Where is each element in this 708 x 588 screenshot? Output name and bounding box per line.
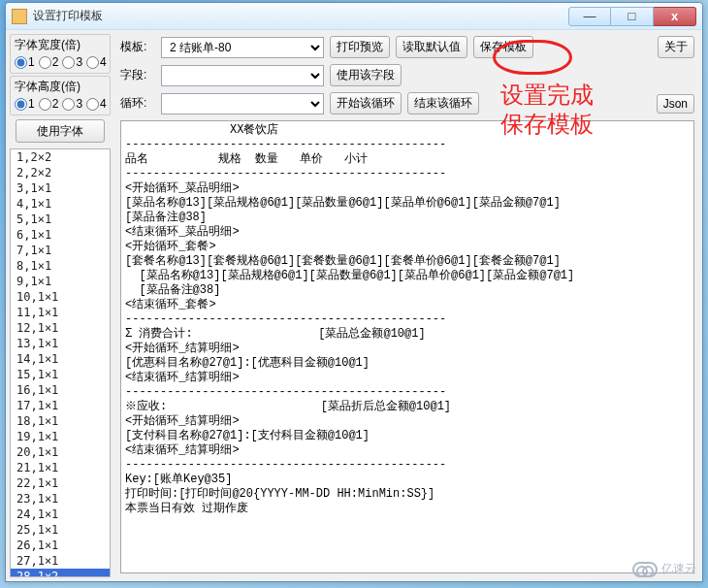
read-default-button[interactable]: 读取默认值 [396, 36, 467, 58]
list-item[interactable]: 9,1×1 [11, 274, 110, 289]
list-item[interactable]: 16,1×1 [11, 382, 110, 398]
template-select[interactable]: 2 结账单-80 [161, 37, 324, 58]
radio-2[interactable]: 2 [39, 97, 59, 111]
list-item[interactable]: 6,1×1 [11, 227, 110, 243]
loop-row: 循环: 开始该循环 结束该循环 Json [120, 92, 694, 114]
app-icon [12, 9, 27, 24]
close-button[interactable]: x [654, 7, 696, 26]
field-label: 字段: [120, 67, 155, 83]
line-list[interactable]: 1,2×22,2×23,1×14,1×15,1×16,1×17,1×18,1×1… [10, 148, 111, 577]
end-loop-button[interactable]: 结束该循环 [407, 92, 479, 114]
list-item[interactable]: 27,1×1 [11, 553, 110, 569]
list-item[interactable]: 25,1×1 [11, 522, 110, 538]
radio-4[interactable]: 4 [86, 97, 107, 111]
list-item[interactable]: 19,1×1 [11, 429, 110, 444]
list-item[interactable]: 14,1×1 [11, 351, 110, 367]
list-item[interactable]: 11,1×1 [11, 305, 110, 320]
list-item[interactable]: 12,1×1 [11, 320, 110, 336]
list-item[interactable]: 13,1×1 [11, 336, 110, 351]
font-width-group: 字体宽度(倍) 1234 [10, 34, 111, 74]
radio-3[interactable]: 3 [62, 55, 82, 69]
list-item[interactable]: 18,1×1 [11, 413, 110, 429]
about-button[interactable]: 关于 [658, 36, 694, 58]
list-item[interactable]: 5,1×1 [11, 212, 110, 227]
maximize-button[interactable]: □ [611, 7, 654, 26]
titlebar: 设置打印模板 — □ x [6, 3, 702, 30]
radio-3[interactable]: 3 [62, 97, 82, 111]
list-item[interactable]: 2,2×2 [11, 165, 110, 180]
list-item[interactable]: 15,1×1 [11, 367, 110, 382]
field-select[interactable] [161, 65, 324, 86]
list-item[interactable]: 17,1×1 [11, 398, 110, 413]
list-item[interactable]: 26,1×1 [11, 538, 110, 553]
font-width-label: 字体宽度(倍) [15, 37, 106, 53]
list-item[interactable]: 24,1×1 [11, 506, 110, 522]
window-controls: — □ x [568, 7, 696, 26]
list-item[interactable]: 4,1×1 [11, 196, 110, 212]
list-item[interactable]: 10,1×1 [11, 289, 110, 305]
font-width-radios: 1234 [15, 55, 106, 69]
editor-container: XX餐饮店 ----------------------------------… [120, 120, 694, 573]
client-area: 字体宽度(倍) 1234 字体高度(倍) 1234 使用字体 1,2×22,2×… [6, 30, 702, 581]
start-loop-button[interactable]: 开始该循环 [330, 92, 402, 114]
font-height-label: 字体高度(倍) [15, 79, 106, 95]
radio-4[interactable]: 4 [86, 55, 107, 69]
save-template-button[interactable]: 保存模板 [473, 36, 533, 58]
preview-button[interactable]: 打印预览 [330, 36, 390, 58]
loop-select[interactable] [161, 93, 324, 114]
font-height-radios: 1234 [15, 97, 106, 111]
list-item[interactable]: 22,1×1 [11, 475, 110, 491]
radio-2[interactable]: 2 [39, 55, 59, 69]
list-item[interactable]: 7,1×1 [11, 243, 110, 258]
field-row: 字段: 使用该字段 [120, 64, 694, 86]
use-field-button[interactable]: 使用该字段 [330, 64, 402, 86]
template-editor[interactable]: XX餐饮店 ----------------------------------… [120, 120, 694, 573]
loop-label: 循环: [120, 95, 155, 112]
minimize-button[interactable]: — [568, 7, 611, 26]
use-font-button[interactable]: 使用字体 [16, 119, 105, 143]
list-item[interactable]: 3,1×1 [11, 180, 110, 196]
list-item[interactable]: 8,1×1 [11, 258, 110, 274]
list-item[interactable]: 23,1×1 [11, 491, 110, 506]
radio-1[interactable]: 1 [15, 97, 35, 111]
window-title: 设置打印模板 [33, 8, 110, 24]
left-panel: 字体宽度(倍) 1234 字体高度(倍) 1234 使用字体 1,2×22,2×… [6, 30, 114, 581]
list-item[interactable]: 1,2×2 [11, 149, 110, 165]
list-item[interactable]: 20,1×1 [11, 444, 110, 460]
font-height-group: 字体高度(倍) 1234 [10, 76, 111, 115]
app-window: 设置打印模板 — □ x 字体宽度(倍) 1234 字体高度(倍) 1234 使… [5, 2, 703, 582]
radio-1[interactable]: 1 [15, 55, 35, 69]
template-label: 模板: [120, 39, 155, 55]
template-row: 模板: 2 结账单-80 打印预览 读取默认值 保存模板 关于 [120, 36, 694, 58]
json-button[interactable]: Json [657, 94, 694, 114]
list-item[interactable]: 21,1×1 [11, 460, 110, 475]
right-panel: 模板: 2 结账单-80 打印预览 读取默认值 保存模板 关于 字段: [114, 30, 702, 581]
list-item[interactable]: 28,1×2 [11, 569, 110, 577]
